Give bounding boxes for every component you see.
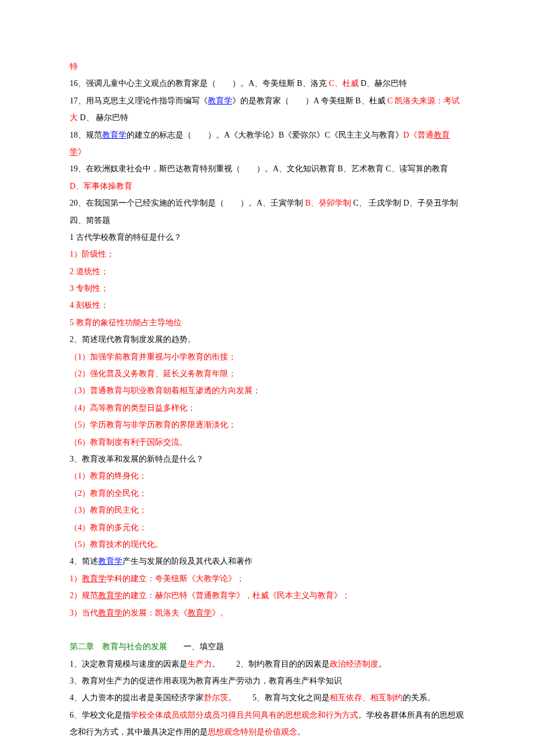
chapter-title: 第二章 教育与社会的发展 [70, 642, 167, 651]
text: 的关系。 [403, 693, 435, 702]
link-pedagogy[interactable]: 教育学 [82, 574, 106, 583]
text: 。 5、教育与文化之间是 [228, 693, 330, 702]
link-pedagogy[interactable]: 教育学 [98, 609, 122, 617]
answer-item: （1）教育的终身化； [70, 467, 464, 484]
text: 16、强调儿童中心主义观点的教育家是（ ）。A、夸美纽斯 B、洛克 [70, 79, 329, 88]
text: 4、人力资本的提出者是美国经济学家 [70, 693, 204, 702]
answer-item: （4）高等教育的类型日益多样化； [70, 399, 464, 416]
text: 学科的建立：夸美纽斯《大教学论》； [106, 574, 244, 583]
link-pedagogy[interactable]: 教育学 [98, 557, 122, 566]
fill-blank-3: 3、教育对生产力的促进作用表现为教育再生产劳动力，教育再生产科学知识 [70, 672, 464, 689]
text: 3）当代 [70, 609, 98, 617]
link-pedagogy[interactable]: 教育学 [98, 591, 122, 600]
answer-item: 1）阶级性； [70, 246, 464, 262]
text: 》的是教育家（ ）A 夸美纽斯 B、杜威 [232, 96, 387, 105]
text: 19、在欧洲奴隶社会中，斯巴达教育特别重视（ ）。A、文化知识教育 B、艺术教育… [70, 164, 448, 173]
answer-c: C、杜威 [329, 79, 360, 88]
text: 1、决定教育规模与速度的因素是 [70, 660, 187, 668]
text: 20、在我国第一个已经实施的近代学制是（ ）。A、壬寅学制 [70, 199, 305, 207]
answer-b: B、癸卯学制 [305, 199, 353, 207]
question-20: 20、在我国第一个已经实施的近代学制是（ ）。A、壬寅学制 B、癸卯学制 C、 … [70, 195, 464, 211]
answer-item: 3 专制性； [70, 280, 464, 297]
answer-item: 5 教育的象征性功能占主导地位 [70, 314, 464, 331]
text: 》 [78, 147, 86, 156]
text: 4、简述 [70, 557, 98, 566]
text: D、赫尔巴特 [360, 79, 407, 88]
answer-item: （6）教育制度有利于国际交流。 [70, 434, 464, 451]
section-label: 一、填空题 [167, 642, 224, 651]
text: 的建立：赫尔巴特《普通教育学》，杜威《民本主义与教育》； [122, 591, 350, 600]
text: 1） [70, 574, 82, 583]
answer-item: （1）加强学前教育并重视与小学教育的衔接； [70, 348, 464, 365]
text: 。 [378, 660, 387, 668]
text: D、 赫尔巴特 [80, 113, 129, 122]
question-16: 16、强调儿童中心主义观点的教育家是（ ）。A、夸美纽斯 B、洛克 C、杜威 D… [70, 75, 464, 92]
text: 的发展：凯洛夫《 [122, 609, 187, 617]
text: C、 壬戌学制 D、子癸丑学制 [353, 199, 457, 207]
answer-item: （3）教育的民主化； [70, 502, 464, 519]
question-sa-3: 3、教育改革和发展的新特点是什么？ [70, 451, 464, 467]
answer-item: 3）当代教育学的发展：凯洛夫《教育学》。 [70, 604, 464, 621]
answer-item: （3）普通教育与职业教育朝着相互渗透的方向发展； [70, 382, 464, 399]
answer-item: 4 刻板性； [70, 297, 464, 314]
answer: 生产力 [187, 660, 212, 668]
answer-item: （2）教育的全民化； [70, 485, 464, 502]
answer-item: （4）教育的多元化； [70, 519, 464, 536]
link-pedagogy[interactable]: 教育学 [208, 96, 232, 105]
answer-item: 2 道统性； [70, 263, 464, 280]
text: 产生与发展的阶段及其代表人和著作 [122, 557, 252, 566]
fill-blank-4-5: 4、人力资本的提出者是美国经济学家舒尔茨。 5、教育与文化之间是相互依存、相互制… [70, 689, 464, 706]
link-pedagogy[interactable]: 教育学 [102, 131, 127, 139]
answer-item: （5）教育技术的现代化。 [70, 536, 464, 553]
text: 6、学校文化是指 [70, 711, 131, 719]
chapter-2-heading: 第二章 教育与社会的发展 一、填空题 [70, 638, 464, 655]
question-19: 19、在欧洲奴隶社会中，斯巴达教育特别重视（ ）。A、文化知识教育 B、艺术教育… [70, 160, 464, 195]
answer: 学校全体成员或部分成员习得且共同具有的思想观念和行为方式 [131, 711, 358, 719]
answer-d: D、军事体操教育 [70, 182, 132, 190]
question-17: 17、用马克思主义理论作指导而编写《教育学》的是教育家（ ）A 夸美纽斯 B、杜… [70, 92, 464, 127]
link-pedagogy[interactable]: 教育学 [187, 609, 212, 617]
text: 。 2、制约教育目的的因素是 [212, 660, 330, 668]
answer: 舒尔茨 [204, 693, 228, 702]
question-sa-2: 2、简述现代教育制度发展的趋势。 [70, 331, 464, 348]
section-heading: 四、简答题 [70, 212, 464, 229]
answer-item: 1）教育学学科的建立：夸美纽斯《大教学论》； [70, 570, 464, 587]
answer-item: 2）规范教育学的建立：赫尔巴特《普通教育学》，杜威《民本主义与教育》； [70, 587, 464, 604]
text: 的建立的标志是（ ）。A《大教学论》B《爱弥尔》C《民主主义与教育》 [127, 131, 403, 139]
question-sa-4: 4、简述教育学产生与发展的阶段及其代表人和著作 [70, 553, 464, 570]
fill-blank-1-2: 1、决定教育规模与速度的因素是生产力。 2、制约教育目的的因素是政治经济制度。 [70, 656, 464, 672]
text: 》。 [212, 609, 228, 617]
question-sa-1: 1 古代学校教育的特征是什么？ [70, 229, 464, 246]
document-page: 特 16、强调儿童中心主义观点的教育家是（ ）。A、夸美纽斯 B、洛克 C、杜威… [0, 0, 534, 756]
fill-blank-6: 6、学校文化是指学校全体成员或部分成员习得且共同具有的思想观念和行为方式。学校各… [70, 707, 464, 741]
answer-item: （5）学历教育与非学历教育的界限逐渐淡化； [70, 416, 464, 433]
text: 。 [297, 728, 305, 736]
answer-d: D《普通 [403, 131, 434, 139]
text-fragment: 特 [70, 58, 464, 75]
question-18: 18、规范教育学的建立的标志是（ ）。A《大教学论》B《爱弥尔》C《民主主义与教… [70, 127, 464, 161]
text: 2）规范 [70, 591, 98, 600]
answer: 相互依存、相互制约 [330, 693, 403, 702]
answer: 思想观念特别是价值观念 [208, 728, 297, 736]
answer-item: （2）强化普及义务教育、延长义务教育年限； [70, 365, 464, 382]
text: 18、规范 [70, 131, 102, 139]
text: 17、用马克思主义理论作指导而编写《 [70, 96, 208, 105]
answer: 政治经济制度 [330, 660, 378, 668]
